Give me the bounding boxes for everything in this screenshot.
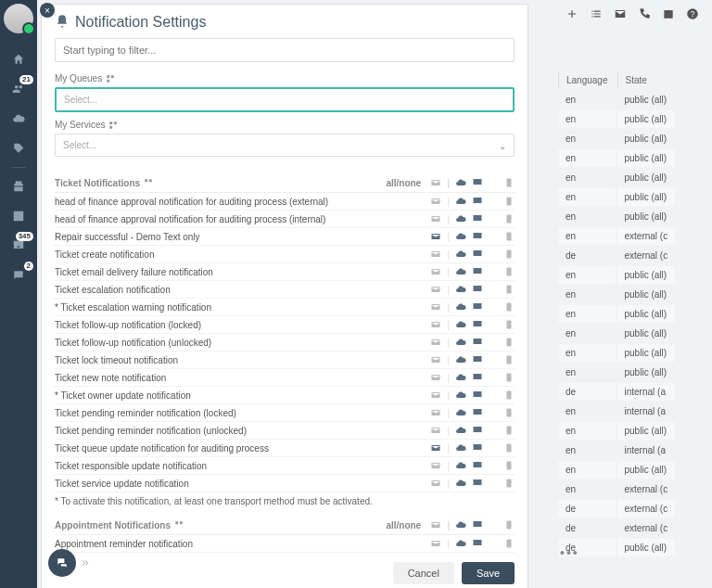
- save-button[interactable]: Save: [462, 562, 515, 584]
- my-queues-select[interactable]: Select...: [55, 87, 515, 112]
- filter-input[interactable]: [55, 38, 515, 62]
- screen-channel-icon[interactable]: [472, 425, 483, 436]
- table-row[interactable]: enpublic (all): [558, 110, 675, 128]
- mobile-channel-icon[interactable]: [503, 538, 515, 549]
- cloud-channel-icon[interactable]: [455, 354, 466, 365]
- allnone-label[interactable]: all/none: [386, 520, 421, 530]
- user-avatar[interactable]: [4, 4, 33, 33]
- screen-channel-icon[interactable]: [472, 249, 483, 260]
- table-row[interactable]: enpublic (all): [558, 461, 675, 479]
- mobile-channel-icon[interactable]: [503, 460, 515, 471]
- mail-channel-icon[interactable]: [430, 284, 441, 295]
- inbox-icon[interactable]: 345: [7, 235, 30, 257]
- mobile-channel-icon[interactable]: [503, 354, 515, 365]
- screen-channel-icon[interactable]: [472, 319, 483, 330]
- mail-channel-icon[interactable]: [430, 319, 441, 330]
- screen-channel-icon[interactable]: [472, 354, 483, 365]
- mail-channel-icon[interactable]: [430, 231, 441, 242]
- cloud-channel-icon[interactable]: [455, 442, 466, 454]
- cloud-channel-icon[interactable]: [455, 196, 466, 207]
- table-row[interactable]: enpublic (all): [558, 364, 675, 381]
- cloud-channel-icon[interactable]: [455, 538, 466, 549]
- allnone-label[interactable]: all/none: [386, 178, 421, 188]
- mail-channel-icon[interactable]: [430, 460, 441, 471]
- mobile-channel-icon[interactable]: [503, 196, 515, 207]
- table-row[interactable]: enpublic (all): [558, 208, 675, 225]
- table-row[interactable]: enpublic (all): [558, 130, 675, 147]
- table-row[interactable]: enpublic (all): [558, 422, 675, 440]
- mail-channel-icon[interactable]: [430, 177, 441, 188]
- gift-icon[interactable]: [7, 175, 30, 198]
- table-row[interactable]: eninternal (a: [558, 403, 675, 420]
- cloud-channel-icon[interactable]: [455, 519, 466, 530]
- mail-channel-icon[interactable]: [430, 442, 441, 454]
- mobile-channel-icon[interactable]: [503, 337, 515, 348]
- table-row[interactable]: deexternal (c: [558, 519, 675, 537]
- mobile-channel-icon[interactable]: [503, 442, 515, 454]
- cloud-channel-icon[interactable]: [455, 301, 466, 313]
- screen-channel-icon[interactable]: [472, 372, 483, 383]
- mail-channel-icon[interactable]: [430, 354, 441, 365]
- screen-channel-icon[interactable]: [472, 538, 483, 549]
- cloud-channel-icon[interactable]: [455, 231, 466, 242]
- cloud-channel-icon[interactable]: [455, 266, 466, 277]
- mobile-channel-icon[interactable]: [503, 390, 515, 401]
- table-row[interactable]: deinternal (a: [558, 383, 675, 401]
- mail-channel-icon[interactable]: [430, 425, 441, 436]
- col-language[interactable]: Language: [558, 71, 616, 89]
- mobile-channel-icon[interactable]: [503, 425, 515, 436]
- phone-icon[interactable]: [638, 7, 651, 20]
- mobile-channel-icon[interactable]: [503, 519, 515, 530]
- table-row[interactable]: enexternal (c: [558, 480, 675, 498]
- col-state[interactable]: State: [617, 71, 676, 89]
- cloud-channel-icon[interactable]: [455, 284, 466, 295]
- mail-channel-icon[interactable]: [430, 538, 441, 549]
- list-icon[interactable]: [590, 7, 603, 20]
- cloud-channel-icon[interactable]: [455, 478, 466, 489]
- screen-channel-icon[interactable]: [472, 301, 483, 313]
- cloud-channel-icon[interactable]: [455, 213, 466, 224]
- table-row[interactable]: enexternal (c: [558, 227, 675, 245]
- mobile-channel-icon[interactable]: [503, 372, 515, 383]
- mail-channel-icon[interactable]: [430, 249, 441, 260]
- tag-icon[interactable]: [7, 137, 30, 160]
- mobile-channel-icon[interactable]: [503, 249, 515, 260]
- table-row[interactable]: enpublic (all): [558, 266, 675, 284]
- table-row[interactable]: deexternal (c: [558, 247, 675, 264]
- contacts-icon[interactable]: 21: [7, 78, 30, 100]
- table-row[interactable]: enpublic (all): [558, 344, 675, 362]
- screen-channel-icon[interactable]: [472, 266, 483, 277]
- screen-channel-icon[interactable]: [472, 196, 483, 207]
- my-services-select[interactable]: Select...⌄: [55, 134, 515, 157]
- table-row[interactable]: enpublic (all): [558, 149, 675, 167]
- cloud-channel-icon[interactable]: [455, 372, 466, 383]
- calendar-icon[interactable]: [662, 7, 675, 20]
- home-icon[interactable]: [7, 48, 30, 70]
- cancel-button[interactable]: Cancel: [393, 562, 454, 584]
- chat-icon[interactable]: 2: [7, 264, 30, 287]
- cloud-channel-icon[interactable]: [455, 177, 466, 188]
- cloud-channel-icon[interactable]: [455, 425, 466, 436]
- mobile-channel-icon[interactable]: [503, 177, 515, 188]
- screen-channel-icon[interactable]: [472, 478, 483, 489]
- more-dots[interactable]: •••: [560, 545, 579, 560]
- table-row[interactable]: enpublic (all): [558, 286, 675, 303]
- mail-channel-icon[interactable]: [430, 478, 441, 489]
- table-row[interactable]: enpublic (all): [558, 325, 675, 342]
- screen-channel-icon[interactable]: [472, 460, 483, 471]
- mobile-channel-icon[interactable]: [503, 301, 515, 313]
- screen-channel-icon[interactable]: [472, 231, 483, 242]
- cloud-channel-icon[interactable]: [455, 407, 466, 418]
- cloud-channel-icon[interactable]: [455, 460, 466, 471]
- chat-fab[interactable]: [48, 549, 76, 577]
- table-row[interactable]: deexternal (c: [558, 500, 675, 518]
- cloud-channel-icon[interactable]: [455, 319, 466, 330]
- mobile-channel-icon[interactable]: [503, 266, 515, 277]
- cloud-channel-icon[interactable]: [455, 390, 466, 401]
- mail-channel-icon[interactable]: [430, 390, 441, 401]
- table-row[interactable]: enpublic (all): [558, 91, 675, 109]
- mobile-channel-icon[interactable]: [503, 319, 515, 330]
- screen-channel-icon[interactable]: [472, 442, 483, 454]
- mail-channel-icon[interactable]: [430, 301, 441, 313]
- mobile-channel-icon[interactable]: [503, 213, 515, 224]
